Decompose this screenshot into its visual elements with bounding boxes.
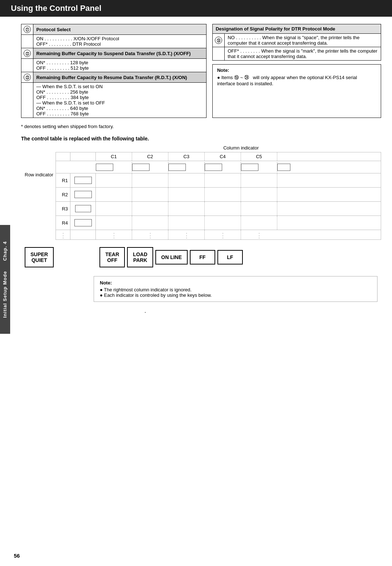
ff-button[interactable]: FF	[190, 250, 215, 264]
grid-continuation-row: ⋮ ⋮ ⋮ ⋮ ⋮ ⋮	[56, 230, 381, 239]
row-num-22: ㉒	[21, 48, 33, 59]
right-table: Designation of Signal Polarity for DTR P…	[212, 24, 381, 61]
note-title-bottom: Note:	[100, 280, 371, 286]
tear-off-button[interactable]: TEAROFF	[99, 247, 125, 267]
row-ind-col-r2	[70, 188, 96, 201]
cont-c3: ⋮	[168, 230, 205, 239]
col-ind-box-c1	[96, 162, 132, 172]
row-label-r2: R2	[56, 188, 70, 201]
row-num-21: ㉑	[21, 24, 33, 35]
col-header-c5: C5	[241, 152, 277, 161]
cont-c4: ⋮	[205, 230, 241, 239]
grid-cell-r2-c1	[96, 188, 132, 201]
grid-cell-r4-c1	[96, 216, 132, 230]
col-ind-boxes-row	[56, 161, 381, 173]
grid-row-r4: R4	[56, 216, 381, 230]
rbc-resume-data: — When the S.D.T. is set to ON ON* . . .…	[33, 83, 207, 118]
grid-cell-r1-c3	[168, 173, 205, 187]
super-quiet-button[interactable]: SUPERQUIET	[25, 247, 54, 267]
continuation-dots-left: ⋮	[56, 230, 70, 239]
continuation-row-ind	[70, 230, 96, 239]
row-ind-box-r1	[74, 177, 92, 184]
note-box-right: Note: ● Items ⑲ ~ ㉔ will only appear whe…	[212, 64, 381, 118]
grid-cell-r4-c2	[132, 216, 168, 230]
control-table-heading: The control table is replaced with the f…	[21, 136, 381, 142]
protocol-select-row1: ON . . . . . . . . . . . X/ON-X/OFF Prot…	[33, 35, 207, 48]
row-ind-col-r1	[70, 173, 96, 187]
col-ind-indicator-c3	[168, 164, 186, 171]
row-num-24: ㉔	[213, 34, 225, 47]
row-ind-box-r3	[75, 205, 91, 212]
period-dot: .	[144, 308, 381, 314]
grid-cell-r2-c3	[168, 188, 205, 201]
col-ind-indicator-c5	[241, 164, 258, 171]
diagram-section: Column indicator Row indicator C1 C2 C3 …	[21, 145, 381, 267]
col-header-extra	[277, 152, 299, 161]
col-ind-indicator-c2	[132, 164, 150, 171]
row-num-23: ㉓	[21, 72, 33, 83]
col-h-spacer	[56, 152, 70, 161]
col-h-row-ind-spacer	[70, 152, 96, 161]
col-ind-box-extra	[277, 162, 299, 172]
grid-row-r1: R1	[56, 173, 381, 188]
row-label-r3: R3	[56, 202, 70, 216]
grid-cell-r1-c4	[205, 173, 241, 187]
grid-cell-r3-c1	[96, 202, 132, 216]
note-bullet-1: ● The rightmost column indicator is igno…	[100, 287, 371, 292]
grid-cell-r2-c5	[241, 188, 277, 201]
grid-cell-r3-extra	[277, 202, 299, 216]
row-num-23-empty	[21, 83, 33, 118]
col-header-c1: C1	[96, 152, 132, 161]
grid-cell-r3-c4	[205, 202, 241, 216]
col-ind-indicator-c4	[205, 164, 222, 171]
page-header: Using the Control Panel	[0, 0, 392, 17]
col-ind-indicator-extra	[277, 164, 290, 171]
dtr-off-row: OFF* . . . . . . . . When the signal is …	[225, 47, 381, 61]
grid-cell-r4-extra	[277, 216, 299, 230]
side-tab: Initial Setup Mode Chap. 4	[0, 225, 10, 334]
cont-c1: ⋮	[96, 230, 132, 239]
button-row: SUPERQUIET TEAROFF LOADPARK ON LINE FF L…	[25, 247, 381, 267]
dtr-header: Designation of Signal Polarity for DTR P…	[213, 24, 381, 34]
grid-outer: C1 C2 C3 C4 C5	[56, 152, 381, 240]
grid-cell-r1-extra	[277, 173, 299, 187]
grid-cell-r2-c2	[132, 188, 168, 201]
grid-cell-r4-c3	[168, 216, 205, 230]
col-header-c3: C3	[168, 152, 205, 161]
grid-cell-r3-c5	[241, 202, 277, 216]
cont-c5: ⋮	[241, 230, 277, 239]
col-headers-row: C1 C2 C3 C4 C5	[56, 152, 381, 161]
rbc-resume-header: Remaining Buffer Capacity to Resume Data…	[33, 72, 207, 83]
row-label-r4: R4	[56, 216, 70, 230]
grid-row-r3: R3	[56, 202, 381, 216]
grid-cell-r1-c2	[132, 173, 168, 187]
grid-cell-r3-c2	[132, 202, 168, 216]
col-header-c4: C4	[205, 152, 241, 161]
column-indicator-label: Column indicator	[101, 145, 381, 151]
row-num-24-empty	[213, 47, 225, 61]
top-tables-row: ㉑ Protocol Select ON . . . . . . . . . .…	[21, 24, 381, 118]
grid-cell-r2-extra	[277, 188, 299, 201]
note-title-right: Note:	[217, 67, 376, 73]
lf-button[interactable]: LF	[217, 250, 243, 264]
on-line-button[interactable]: ON LINE	[155, 250, 188, 264]
row-num-22-empty	[21, 59, 33, 72]
col-ind-box-c2	[132, 162, 168, 172]
col-ind-box-c4	[205, 162, 241, 172]
dtr-no-row: NO . . . . . . . . . . When the signal i…	[225, 34, 381, 47]
grid-row-r2: R2	[56, 188, 381, 202]
load-park-button[interactable]: LOADPARK	[127, 247, 153, 267]
note-text-right: ● Items ⑲ ~ ㉔ will only appear when the …	[217, 74, 376, 86]
left-table: ㉑ Protocol Select ON . . . . . . . . . .…	[21, 24, 207, 118]
row-num-21-empty	[21, 35, 33, 48]
row-ind-box-r4	[74, 219, 92, 226]
col-ind-box-c5	[241, 162, 277, 172]
grid-cell-r4-c4	[205, 216, 241, 230]
grid-cell-r3-c3	[168, 202, 205, 216]
continuation-data-cells: ⋮ ⋮ ⋮ ⋮ ⋮	[96, 230, 381, 239]
col-ind-indicator-c1	[96, 164, 113, 171]
row-ind-box-r2	[74, 191, 92, 198]
grid-cell-r1-c1	[96, 173, 132, 187]
note-bullet-2: ● Each indicator is controled by using t…	[100, 292, 371, 298]
side-tab-text: Initial Setup Mode Chap. 4	[2, 241, 8, 317]
